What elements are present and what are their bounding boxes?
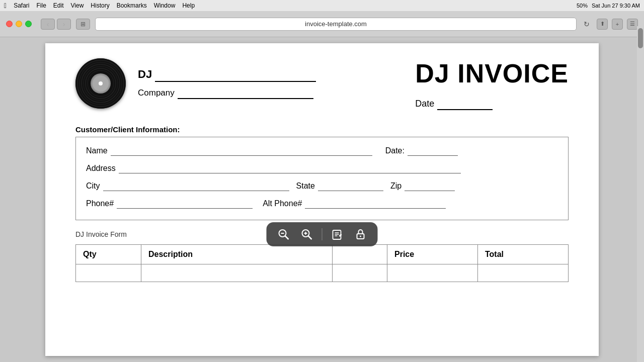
company-field[interactable] (178, 88, 313, 99)
sidebar-toggle[interactable]: ☰ (627, 19, 638, 30)
browser-toolbar: ‹ › ⊞ invoice-template.com ↻ ⬆ + ☰ (0, 11, 644, 37)
dj-label: DJ (138, 68, 152, 81)
lock-button[interactable] (353, 226, 369, 242)
page-content: DJ Company DJ INVOICE Date Custom (0, 37, 644, 362)
client-date-field[interactable] (408, 146, 458, 156)
name-label: Name (86, 146, 108, 155)
name-date-row: Name Date: (86, 146, 558, 156)
phone-field[interactable] (117, 199, 253, 209)
phone-row: Phone# Alt Phone# (86, 199, 558, 209)
date-label: Date: (385, 146, 405, 155)
city-label: City (86, 182, 100, 191)
pdf-toolbar (267, 222, 378, 246)
maximize-button[interactable] (25, 21, 32, 27)
menu-window[interactable]: Window (154, 2, 176, 9)
forward-button[interactable]: › (57, 19, 71, 30)
company-label: Company (138, 88, 175, 98)
address-bar[interactable]: invoice-template.com (95, 18, 577, 31)
dj-name-field[interactable] (155, 68, 316, 82)
city-state-zip-row: City State Zip (86, 182, 558, 191)
table-cell-desc[interactable] (141, 264, 333, 282)
state-field[interactable] (318, 182, 383, 191)
alt-phone-label: Alt Phone# (263, 199, 302, 208)
vinyl-record-logo (75, 58, 126, 109)
zoom-in-button[interactable] (299, 226, 315, 242)
company-line: Company (138, 88, 316, 99)
doc-header: DJ Company DJ INVOICE Date (75, 58, 569, 110)
table-cell-price[interactable] (387, 264, 478, 282)
alt-phone-field[interactable] (305, 199, 446, 209)
apple-menu[interactable]:  (4, 2, 7, 10)
traffic-lights (6, 21, 32, 27)
back-button[interactable]: ‹ (41, 19, 55, 30)
svg-line-17 (308, 236, 312, 239)
col-header-price: Price (387, 245, 478, 264)
date-header-field[interactable] (437, 99, 493, 110)
scrollbar-thumb[interactable] (638, 28, 643, 48)
menu-help[interactable]: Help (182, 2, 195, 9)
table-cell-empty (333, 264, 387, 282)
new-tab-button[interactable]: + (612, 19, 623, 30)
mac-menu-bar:  Safari File Edit View History Bookmark… (0, 0, 644, 11)
close-button[interactable] (6, 21, 13, 27)
scrollbar[interactable] (637, 26, 644, 362)
phone-label: Phone# (86, 199, 114, 208)
menu-edit[interactable]: Edit (53, 2, 64, 9)
col-header-qty: Qty (76, 245, 141, 264)
minimize-button[interactable] (16, 21, 22, 27)
zoom-out-button[interactable] (276, 226, 292, 242)
date-header-label: Date (415, 99, 434, 109)
address-field[interactable] (119, 164, 461, 173)
document: DJ Company DJ INVOICE Date Custom (45, 43, 599, 356)
tab-overview-button[interactable]: ⊞ (76, 19, 90, 30)
toolbar-divider (322, 228, 323, 240)
header-right: DJ INVOICE Date (415, 58, 569, 110)
menu-bar-left:  Safari File Edit View History Bookmark… (4, 2, 195, 10)
table-cell-total[interactable] (478, 264, 569, 282)
dj-text-section: DJ Company (138, 68, 316, 99)
invoice-title: DJ INVOICE (415, 58, 569, 88)
col-header-description: Description (141, 245, 333, 264)
menu-bookmarks[interactable]: Bookmarks (117, 2, 147, 9)
date-header-line: Date (415, 99, 493, 110)
svg-rect-18 (333, 230, 341, 239)
address-row: Address (86, 164, 558, 173)
zip-field[interactable] (405, 182, 455, 191)
reload-button[interactable]: ↻ (582, 19, 592, 29)
svg-point-23 (360, 236, 361, 237)
nav-buttons: ‹ › (41, 19, 71, 30)
address-label: Address (86, 164, 116, 173)
bottom-bar: DJ Invoice Form (75, 228, 569, 242)
zip-label: Zip (390, 182, 401, 191)
share-button[interactable]: ⬆ (597, 19, 608, 30)
svg-point-10 (99, 81, 103, 85)
table-row (76, 264, 569, 282)
url-display: invoice-template.com (305, 20, 367, 28)
name-field[interactable] (111, 146, 372, 156)
col-header-empty (333, 245, 387, 264)
table-cell-qty[interactable] (76, 264, 141, 282)
annotate-button[interactable] (330, 226, 346, 242)
menu-file[interactable]: File (36, 2, 46, 9)
state-label: State (296, 182, 315, 191)
dj-logo-section: DJ Company (75, 58, 316, 109)
menu-safari[interactable]: Safari (14, 2, 29, 9)
menu-view[interactable]: View (71, 2, 84, 9)
menu-bar-right: 50% Sat Jun 27 9:30 AM (577, 3, 640, 9)
city-field[interactable] (103, 182, 289, 191)
customer-info-box: Name Date: Address City State Zip (75, 137, 569, 220)
invoice-table: Qty Description Price Total (75, 244, 569, 282)
menu-history[interactable]: History (91, 2, 109, 9)
customer-section-label: Customer/Client Information: (75, 125, 569, 134)
form-label: DJ Invoice Form (75, 230, 127, 238)
dj-name-line: DJ (138, 68, 316, 82)
col-header-total: Total (478, 245, 569, 264)
browser-right-icons: ⬆ + ☰ (597, 19, 638, 30)
battery-status: 50% (577, 3, 588, 9)
datetime: Sat Jun 27 9:30 AM (592, 3, 640, 9)
svg-line-13 (285, 236, 289, 239)
